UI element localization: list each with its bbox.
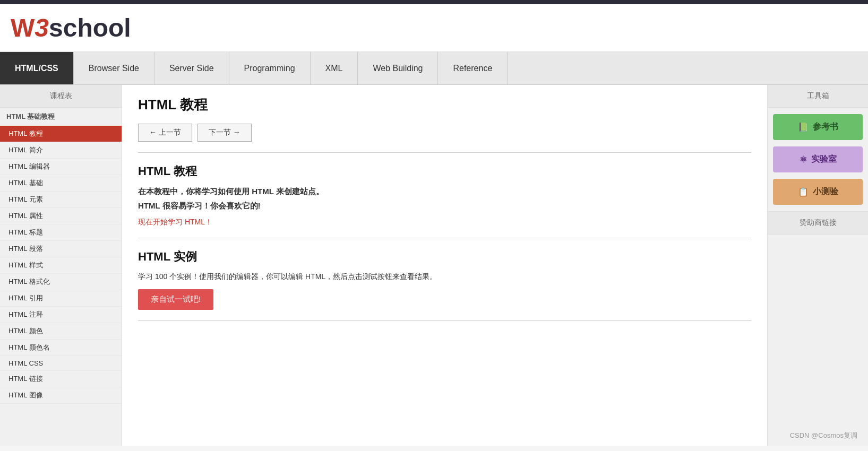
page-title: HTML 教程 [138,96,751,114]
section2-text: 学习 100 个实例！使用我们的编辑器，你可以编辑 HTML，然后点击测试按钮来… [138,272,751,282]
section1-title: HTML 教程 [138,163,751,179]
sidebar-header: 课程表 [0,85,122,108]
prev-button[interactable]: ← 上一节 [138,124,192,142]
sidebar-item-6[interactable]: HTML 标题 [0,224,122,241]
sidebar: 课程表 HTML 基础教程 HTML 教程 HTML 简介 HTML 编辑器 H… [0,85,122,446]
nav-buttons: ← 上一节 下一节 → [138,124,751,142]
nav: HTML/CSS Browser Side Server Side Progra… [0,52,868,85]
sidebar-item-15[interactable]: HTML 链接 [0,371,122,387]
divider-2 [138,238,751,238]
header: W3school [0,4,868,52]
sidebar-item-12[interactable]: HTML 颜色 [0,323,122,340]
learn-link[interactable]: 现在开始学习 HTML！ [138,218,212,226]
lab-button[interactable]: ⚛ 实验室 [773,146,863,172]
reference-book-button[interactable]: 📗 参考书 [773,114,863,140]
logo-text: W3school [11,15,131,41]
sidebar-item-13[interactable]: HTML 颜色名 [0,340,122,356]
next-button[interactable]: 下一节 → [197,124,252,142]
sidebar-item-9[interactable]: HTML 格式化 [0,274,122,290]
sidebar-item-11[interactable]: HTML 注释 [0,307,122,323]
nav-item-serverside[interactable]: Server Side [154,52,229,84]
nav-item-browserside[interactable]: Browser Side [74,52,154,84]
quiz-button[interactable]: 📋 小测验 [773,179,863,205]
section2-title: HTML 实例 [138,249,751,265]
nav-item-programming[interactable]: Programming [229,52,311,84]
sidebar-section: HTML 基础教程 [0,108,122,126]
logo-3: 3 [35,14,49,42]
sidebar-item-4[interactable]: HTML 元素 [0,192,122,208]
sidebar-item-16[interactable]: HTML 图像 [0,387,122,404]
sidebar-item-0[interactable]: HTML 教程 [0,126,122,142]
divider-3 [138,320,751,321]
quiz-label: 小测验 [813,186,838,197]
section1-text1: 在本教程中，你将学习如何使用 HTML 来创建站点。 [138,187,751,197]
nav-item-xml[interactable]: XML [311,52,358,84]
toolbox-header: 工具箱 [768,85,868,108]
right-panel: 工具箱 📗 参考书 ⚛ 实验室 📋 小测验 赞助商链接 [767,85,868,446]
nav-item-reference[interactable]: Reference [438,52,508,84]
main-layout: 课程表 HTML 基础教程 HTML 教程 HTML 简介 HTML 编辑器 H… [0,85,868,446]
sidebar-item-8[interactable]: HTML 样式 [0,257,122,274]
sidebar-item-3[interactable]: HTML 基础 [0,175,122,192]
try-button[interactable]: 亲自试一试吧! [138,289,213,310]
lab-icon: ⚛ [800,154,807,164]
sidebar-item-14[interactable]: HTML CSS [0,356,122,371]
book-icon: 📗 [798,122,809,132]
nav-item-webbuilding[interactable]: Web Building [358,52,438,84]
sidebar-item-7[interactable]: HTML 段落 [0,241,122,257]
sidebar-item-2[interactable]: HTML 编辑器 [0,159,122,175]
top-bar [0,0,868,4]
lab-label: 实验室 [811,154,837,165]
content: HTML 教程 ← 上一节 下一节 → HTML 教程 在本教程中，你将学习如何… [122,85,767,446]
logo-school: school [49,14,131,42]
sidebar-item-10[interactable]: HTML 引用 [0,290,122,307]
watermark: CSDN @Cosmos复调 [790,431,857,440]
nav-item-htmlcss[interactable]: HTML/CSS [0,52,74,84]
divider-1 [138,152,751,153]
sidebar-item-1[interactable]: HTML 简介 [0,142,122,159]
sidebar-item-5[interactable]: HTML 属性 [0,208,122,224]
logo[interactable]: W3school [11,15,131,41]
section1-text2: HTML 很容易学习！你会喜欢它的! [138,201,751,211]
reference-book-label: 参考书 [813,122,838,133]
quiz-icon: 📋 [798,187,809,197]
logo-w: W [11,14,35,42]
sponsor-header: 赞助商链接 [768,211,868,235]
